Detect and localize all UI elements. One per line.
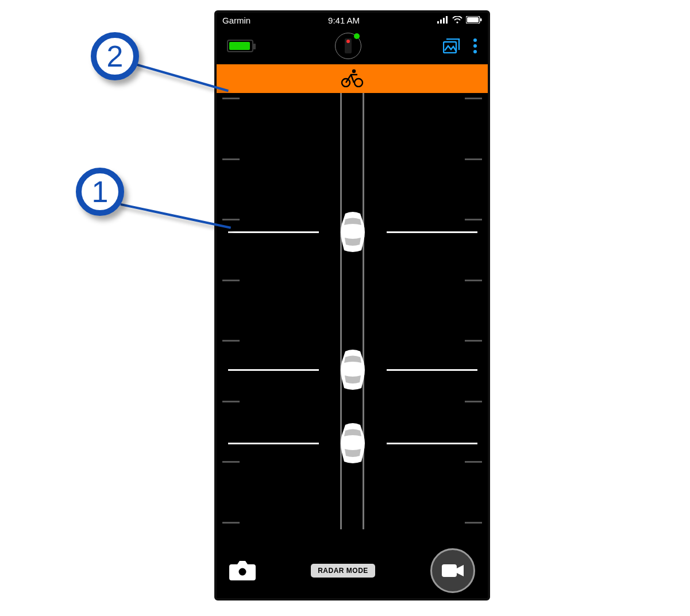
status-right xyxy=(437,16,482,25)
tail-light-icon xyxy=(345,38,352,53)
vehicle-row xyxy=(217,349,488,390)
vehicle-distance-line xyxy=(228,443,319,444)
svg-point-4 xyxy=(456,21,458,23)
vehicle-distance-line xyxy=(387,443,477,444)
status-bar: Garmin 9:41 AM xyxy=(217,13,488,28)
svg-point-10 xyxy=(473,44,477,48)
cyclist-icon xyxy=(340,68,364,90)
svg-rect-7 xyxy=(480,18,482,21)
lane-marker-right xyxy=(363,93,364,529)
sensor-connected-dot xyxy=(354,33,360,39)
svg-point-9 xyxy=(473,38,477,42)
svg-rect-3 xyxy=(446,16,448,24)
callout-1-label: 1 xyxy=(92,175,109,209)
svg-point-11 xyxy=(473,50,477,53)
sensor-status-button[interactable] xyxy=(335,33,361,59)
radar-road-view xyxy=(217,93,488,547)
threat-level-banner xyxy=(217,64,488,93)
more-menu-button[interactable] xyxy=(473,38,477,54)
callout-2: 2 xyxy=(91,32,139,80)
record-video-button[interactable] xyxy=(430,548,475,593)
car-icon xyxy=(340,349,366,390)
status-time: 9:41 AM xyxy=(328,16,360,25)
svg-point-14 xyxy=(352,69,356,73)
svg-rect-6 xyxy=(467,17,479,22)
vehicle-distance-line xyxy=(228,231,319,233)
status-carrier: Garmin xyxy=(222,16,250,25)
battery-status-icon xyxy=(466,16,482,25)
svg-rect-1 xyxy=(440,20,442,24)
phone-frame: Garmin 9:41 AM xyxy=(214,10,490,600)
bottom-bar: RADAR MODE xyxy=(217,543,488,598)
wifi-icon xyxy=(452,16,462,25)
car-icon xyxy=(340,423,366,464)
device-battery-fill xyxy=(229,42,250,50)
vehicle-distance-line xyxy=(387,231,477,233)
svg-rect-0 xyxy=(437,21,439,24)
callout-1: 1 xyxy=(76,168,124,216)
vehicle-row xyxy=(217,423,488,464)
view-mode-label: RADAR MODE xyxy=(318,567,368,575)
app-toolbar xyxy=(217,28,488,64)
view-mode-toggle[interactable]: RADAR MODE xyxy=(311,564,375,578)
capture-photo-button[interactable] xyxy=(229,559,256,583)
vehicle-distance-line xyxy=(387,369,477,371)
vehicle-distance-line xyxy=(228,369,319,371)
signal-icon xyxy=(437,16,449,25)
svg-rect-17 xyxy=(442,564,457,577)
device-battery-icon[interactable] xyxy=(227,40,253,52)
gallery-button[interactable] xyxy=(443,38,460,53)
car-icon xyxy=(340,211,366,253)
svg-point-13 xyxy=(354,79,363,87)
callout-2-label: 2 xyxy=(107,39,124,73)
svg-rect-2 xyxy=(443,18,445,24)
lane-marker-left xyxy=(340,93,342,529)
vehicle-row xyxy=(217,211,488,253)
